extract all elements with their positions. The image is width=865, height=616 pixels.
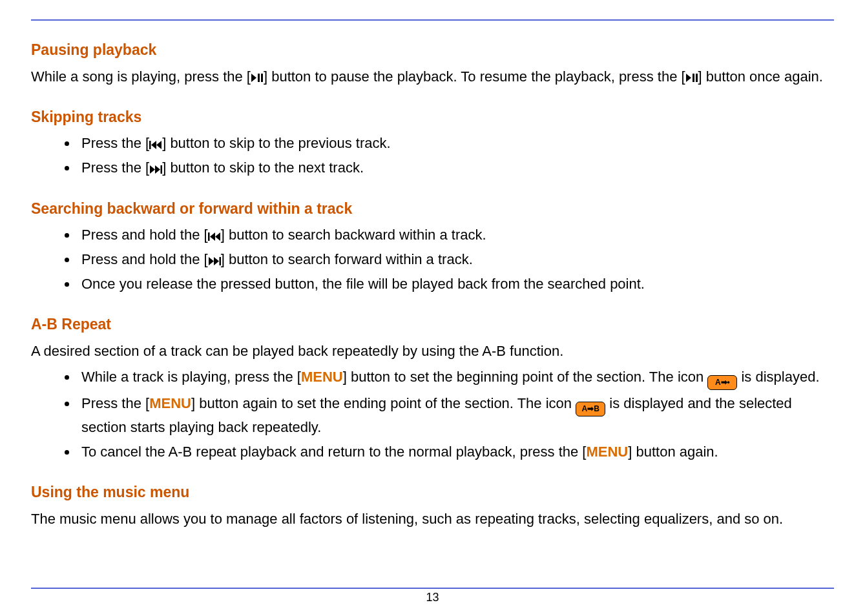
pause-text-2: ] button to pause the playback. To resum… bbox=[264, 68, 685, 85]
ab-cancel-key: MENU bbox=[586, 444, 628, 460]
heading-search: Searching backward or forward within a t… bbox=[31, 198, 834, 221]
svg-rect-6 bbox=[149, 141, 151, 149]
skip-next-icon bbox=[149, 165, 162, 174]
heading-ab-repeat: A-B Repeat bbox=[31, 313, 834, 336]
ab-end-badge-icon: A➡B bbox=[576, 402, 605, 416]
svg-marker-16 bbox=[214, 257, 219, 265]
ab-intro: A desired section of a track can be play… bbox=[31, 340, 834, 362]
heading-pause: Pausing playback bbox=[31, 39, 834, 62]
svg-rect-4 bbox=[693, 74, 694, 82]
ab-item-end: Press the [MENU] button again to set the… bbox=[78, 393, 834, 438]
skip-next-text-b: ] button to skip to the next track. bbox=[162, 159, 364, 176]
play-pause-icon bbox=[251, 73, 264, 83]
top-rule bbox=[31, 19, 834, 21]
pause-text-3: ] button once again. bbox=[698, 68, 823, 85]
skip-prev-text-a: Press the [ bbox=[81, 135, 149, 151]
ab-end-key: MENU bbox=[149, 395, 191, 411]
skip-prev-text-b: ] button to skip to the previous track. bbox=[162, 135, 390, 151]
page-number: 13 bbox=[0, 589, 865, 607]
skip-next-icon bbox=[208, 257, 221, 265]
svg-marker-7 bbox=[151, 141, 156, 149]
svg-marker-13 bbox=[210, 232, 215, 241]
play-pause-icon bbox=[685, 73, 698, 83]
skip-item-prev: Press the [] button to skip to the previ… bbox=[78, 132, 834, 154]
search-item-back: Press and hold the [] button to search b… bbox=[78, 224, 834, 246]
svg-marker-14 bbox=[215, 232, 220, 241]
ab-cancel-a: To cancel the A-B repeat playback and re… bbox=[81, 444, 586, 460]
skip-next-text-a: Press the [ bbox=[81, 159, 149, 176]
heading-skip: Skipping tracks bbox=[31, 106, 834, 129]
svg-marker-10 bbox=[155, 165, 160, 174]
ab-item-start: While a track is playing, press the [MEN… bbox=[78, 366, 834, 390]
ab-cancel-b: ] button again. bbox=[628, 444, 718, 460]
ab-end-a: Press the [ bbox=[81, 395, 149, 411]
svg-marker-0 bbox=[251, 74, 256, 82]
search-item-release: Once you release the pressed button, the… bbox=[78, 273, 834, 295]
search-list: Press and hold the [] button to search b… bbox=[31, 224, 834, 295]
ab-end-b: ] button again to set the ending point o… bbox=[191, 395, 576, 411]
svg-rect-5 bbox=[696, 74, 698, 82]
svg-rect-12 bbox=[208, 232, 210, 241]
svg-marker-9 bbox=[150, 165, 155, 174]
pause-text-1: While a song is playing, press the [ bbox=[31, 68, 251, 85]
ab-start-key: MENU bbox=[301, 369, 343, 385]
pause-paragraph: While a song is playing, press the [] bu… bbox=[31, 66, 834, 88]
skip-prev-icon bbox=[149, 141, 162, 149]
search-item-fwd: Press and hold the [] button to search f… bbox=[78, 249, 834, 271]
heading-music-menu: Using the music menu bbox=[31, 481, 834, 504]
search-back-text-a: Press and hold the [ bbox=[81, 227, 208, 243]
ab-start-badge-icon: A➡• bbox=[707, 375, 737, 390]
music-menu-para: The music menu allows you to manage all … bbox=[31, 508, 834, 530]
ab-start-c: is displayed. bbox=[741, 369, 819, 385]
page-container: Pausing playback While a song is playing… bbox=[0, 0, 865, 616]
search-fwd-text-b: ] button to search forward within a trac… bbox=[221, 251, 473, 267]
search-release-text: Once you release the pressed button, the… bbox=[81, 276, 645, 292]
skip-item-next: Press the [] button to skip to the next … bbox=[78, 157, 834, 179]
svg-marker-8 bbox=[156, 141, 162, 149]
ab-list: While a track is playing, press the [MEN… bbox=[31, 366, 834, 463]
svg-marker-3 bbox=[686, 74, 691, 82]
skip-list: Press the [] button to skip to the previ… bbox=[31, 132, 834, 179]
ab-start-b: ] button to set the beginning point of t… bbox=[343, 369, 708, 385]
skip-prev-icon bbox=[208, 232, 221, 241]
svg-rect-2 bbox=[261, 74, 263, 82]
search-back-text-b: ] button to search backward within a tra… bbox=[221, 227, 486, 243]
ab-item-cancel: To cancel the A-B repeat playback and re… bbox=[78, 441, 834, 463]
ab-start-a: While a track is playing, press the [ bbox=[81, 369, 301, 385]
svg-rect-1 bbox=[258, 74, 260, 82]
search-fwd-text-a: Press and hold the [ bbox=[81, 251, 208, 267]
svg-marker-15 bbox=[209, 257, 214, 265]
